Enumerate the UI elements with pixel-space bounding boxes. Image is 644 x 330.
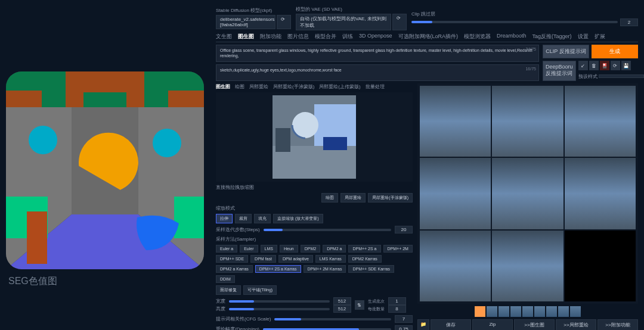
sampler-dpm2karras[interactable]: DPM2 Karras (348, 255, 382, 263)
resize-fill[interactable]: 填充 (254, 214, 271, 223)
send-extras-button[interactable]: >>附加功能 (597, 319, 638, 330)
batch-count-value[interactable]: 1 (388, 297, 406, 305)
sampler-dpmpp2sakarras[interactable]: DPM++ 2S a Karras (255, 265, 301, 273)
sampler-lmskarras[interactable]: LMS Karras (315, 255, 346, 263)
micro-thumb[interactable] (558, 306, 569, 317)
goto-inpaint-button[interactable]: 局部重绘 (340, 193, 366, 203)
send-inpaint-button[interactable]: >>局部重绘 (556, 319, 596, 330)
height-slider[interactable] (229, 308, 330, 310)
micro-thumb[interactable] (546, 306, 557, 317)
height-value[interactable]: 512 (333, 305, 351, 313)
tab-txt2img[interactable]: 文生图 (216, 33, 232, 41)
sampler-eulera[interactable]: Euler a (216, 245, 237, 253)
sampler-lms[interactable]: LMS (261, 245, 277, 253)
subtab-inpaint[interactable]: 局部重绘 (249, 83, 268, 90)
steps-slider[interactable] (264, 229, 391, 231)
extra-networks-icon[interactable]: 🎴 (600, 61, 609, 70)
resize-crop[interactable]: 裁剪 (235, 214, 252, 223)
preset-select[interactable] (599, 74, 644, 78)
steps-value[interactable]: 20 (395, 226, 413, 234)
checkpoint-select[interactable]: deliberate_v2.safetensors [9aba26abdf] (216, 15, 275, 29)
gallery-thumb[interactable] (492, 231, 563, 301)
batch-size-value[interactable]: 8 (388, 305, 406, 313)
gallery-thumb[interactable] (420, 231, 491, 301)
output-gallery[interactable] (417, 83, 638, 304)
tab-modelbrowser[interactable]: 模型浏览器 (464, 33, 491, 41)
deepbooru-button[interactable]: DeepBooru 反推提示词 (543, 61, 576, 81)
width-value[interactable]: 512 (333, 297, 351, 305)
clip-value[interactable]: 2 (620, 18, 638, 26)
tab-merge[interactable]: 模型合并 (315, 33, 336, 41)
sampler-dpmppsdekarras[interactable]: DPM++ SDE Karras (348, 265, 394, 273)
save-button[interactable]: 保存 (431, 319, 471, 330)
resize-stretch[interactable]: 拉伸 (216, 214, 233, 223)
sampler-dpmppsde[interactable]: DPM++ SDE (216, 255, 248, 263)
subtab-sketch[interactable]: 绘图 (235, 83, 244, 90)
sampler-dpmpp2sa[interactable]: DPM++ 2S a (348, 245, 380, 253)
open-folder-icon[interactable]: 📁 (417, 319, 429, 330)
subtab-inpaint-upload[interactable]: 局部重绘(上传蒙版) (319, 83, 360, 90)
goto-sketch-button[interactable]: 绘图 (321, 193, 338, 203)
tab-3dopenpose[interactable]: 3D Openpose (359, 33, 392, 41)
clip-interrogate-button[interactable]: CLIP 反推提示词 (543, 45, 589, 58)
checkpoint-refresh[interactable]: ⟳ (277, 15, 291, 29)
resize-latent[interactable]: 直接缩放 (放大潜变量) (273, 214, 323, 223)
tab-settings[interactable]: 设置 (578, 33, 589, 41)
denoise-slider[interactable] (263, 328, 391, 331)
sampler-dpmadaptive[interactable]: DPM adaptive (278, 255, 313, 263)
zip-button[interactable]: Zip (472, 319, 513, 330)
tab-dreambooth[interactable]: Dreambooth (497, 33, 527, 41)
gallery-thumb[interactable] (492, 158, 563, 229)
swap-dims-icon[interactable]: ⇅ (355, 300, 364, 310)
tab-train[interactable]: 训练 (342, 33, 353, 41)
clear-icon[interactable]: 🗑 (589, 61, 599, 70)
micro-thumb[interactable] (534, 306, 545, 317)
micro-thumb[interactable] (570, 306, 581, 317)
face-restore-toggle[interactable]: 面部修复 (216, 285, 241, 295)
micro-thumb-grid[interactable] (475, 306, 485, 317)
subtab-inpaint-sketch[interactable]: 局部重绘(手涂蒙版) (273, 83, 314, 90)
micro-thumb[interactable] (510, 306, 521, 317)
sampler-dpmpp2mkarras[interactable]: DPM++ 2M Karras (304, 265, 346, 273)
tab-pnginfo[interactable]: 图片信息 (287, 33, 309, 41)
negative-prompt[interactable]: sketch,duplicate,ugly,huge eyes,text,log… (216, 64, 539, 82)
sampler-dpm2[interactable]: DPM2 (301, 245, 320, 253)
subtab-img2img[interactable]: 图生图 (216, 83, 230, 90)
vae-refresh[interactable]: ⟳ (392, 14, 407, 30)
micro-thumb[interactable] (522, 306, 533, 317)
sampler-heun[interactable]: Heun (280, 245, 298, 253)
generate-button[interactable]: 生成 (592, 45, 638, 58)
gallery-thumb[interactable] (565, 86, 636, 157)
sampler-dpm2a[interactable]: DPM2 a (323, 245, 346, 253)
send-img2img-button[interactable]: >>图生图 (514, 319, 555, 330)
sampler-dpm2akarras[interactable]: DPM2 a Karras (216, 265, 253, 273)
sampler-dpmpp2m[interactable]: DPM++ 2M (383, 245, 413, 253)
denoise-value[interactable]: 0.75 (395, 325, 413, 330)
gallery-thumb[interactable] (492, 86, 563, 157)
micro-thumb[interactable] (487, 306, 497, 317)
cfg-slider[interactable] (274, 318, 391, 320)
tab-tagger[interactable]: Tag反推(Tagger) (532, 33, 572, 41)
sampler-ddim[interactable]: DDIM (216, 275, 235, 283)
width-slider[interactable] (229, 300, 330, 303)
gallery-thumb[interactable] (420, 86, 491, 157)
paste-icon[interactable]: ↙ (578, 61, 588, 70)
clip-slider[interactable] (411, 21, 618, 23)
save-style-icon[interactable]: 💾 (621, 61, 631, 70)
positive-prompt[interactable]: Office glass scene, transparent glass wi… (216, 45, 539, 62)
gallery-thumb-empty[interactable] (565, 231, 636, 301)
goto-inpaint-sketch-button[interactable]: 局部重绘(手涂蒙版) (368, 193, 413, 203)
gallery-thumb[interactable] (565, 158, 636, 229)
tab-img2img[interactable]: 图生图 (238, 33, 254, 41)
micro-thumb[interactable] (499, 306, 509, 317)
tab-lora[interactable]: 可选附加网络(LoRA插件) (398, 33, 459, 41)
source-image-preview[interactable] (216, 92, 413, 182)
refresh-icon[interactable]: ⟳ (611, 61, 620, 70)
sampler-dpmfast[interactable]: DPM fast (250, 255, 276, 263)
subtab-batch[interactable]: 批量处理 (366, 83, 385, 90)
tab-extensions[interactable]: 扩展 (595, 33, 605, 41)
tiling-toggle[interactable]: 可平铺(Tiling) (243, 285, 277, 295)
sampler-euler[interactable]: Euler (240, 245, 258, 253)
cfg-value[interactable]: 7 (395, 315, 413, 323)
gallery-thumb[interactable] (420, 158, 491, 229)
